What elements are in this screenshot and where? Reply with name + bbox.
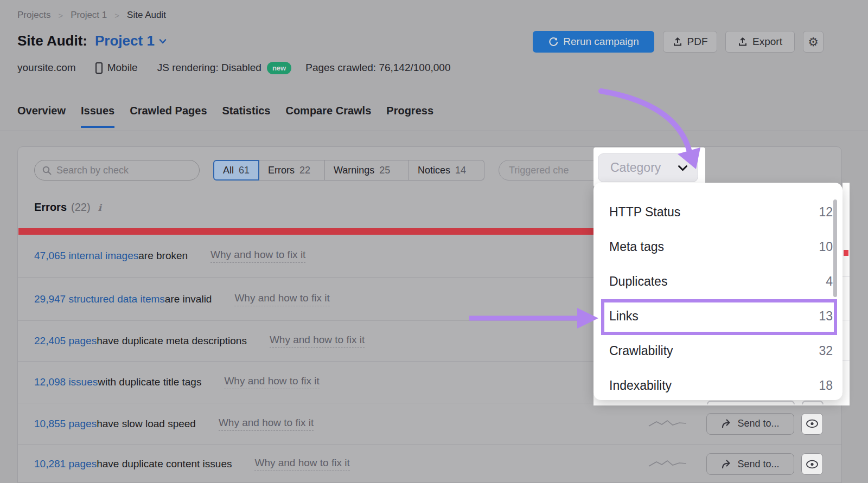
issue-link[interactable]: 29,947 structured data items [34,293,165,305]
tab-issues[interactable]: Issues [81,105,114,128]
issue-text: are broken [138,250,188,262]
sparkline-chart [648,459,687,469]
breadcrumb-separator-icon: > [114,11,119,20]
upload-icon [738,37,748,47]
category-label: Category [610,160,661,175]
tab-overview[interactable]: Overview [17,105,66,128]
eye-toggle-button[interactable] [801,413,823,435]
search-by-check [34,160,200,181]
tab-compare-crawls[interactable]: Compare Crawls [285,105,371,128]
menu-item-http-status[interactable]: HTTP Status 12 [593,195,843,229]
tab-bar-divider [0,131,868,131]
issue-text: have duplicate content issues [97,458,232,470]
issue-link[interactable]: 10,855 pages [34,418,97,430]
tab-bar: Overview Issues Crawled Pages Statistics… [17,105,433,128]
page-title-prefix: Site Audit: [17,33,87,49]
search-input[interactable] [56,165,181,176]
tab-statistics[interactable]: Statistics [222,105,271,128]
send-arrow-icon [721,419,732,428]
issue-text: have duplicate meta descriptions [97,335,247,347]
issue-text: are invalid [165,293,212,305]
dropdown-scrollbar[interactable] [833,199,837,297]
errors-count: (22) [71,201,91,214]
issue-row: 10,855 pages have slow load speed Why an… [18,403,841,444]
page-title: Site Audit: Project 1 [17,33,167,49]
pdf-button[interactable]: PDF [663,31,717,53]
export-button[interactable]: Export [725,31,795,53]
issue-link[interactable]: 12,098 issues [34,376,98,388]
curved-arrow-annotation [601,91,690,152]
chevron-down-icon [159,38,167,44]
gear-icon: ⚙ [808,35,819,49]
why-fix-link[interactable]: Why and how to fix it [219,417,314,431]
why-fix-link[interactable]: Why and how to fix it [234,292,329,306]
rerun-campaign-label: Rerun campaign [563,36,639,48]
chevron-down-icon [678,165,688,171]
domain-label: yoursite.com [17,62,76,74]
new-badge: new [267,62,291,74]
why-fix-link[interactable]: Why and how to fix it [270,334,365,348]
breadcrumb-item-project1[interactable]: Project 1 [71,10,107,21]
why-fix-link[interactable]: Why and how to fix it [210,249,305,263]
info-icon[interactable]: i [98,202,101,213]
menu-item-crawlability[interactable]: Crawlability 32 [593,333,843,368]
settings-button[interactable]: ⚙ [803,31,824,53]
mobile-device-icon [95,62,103,74]
upload-icon [673,37,682,47]
why-fix-link[interactable]: Why and how to fix it [254,457,349,471]
category-dropdown-menu: HTTP Status 12 Meta tags 10 Duplicates 4… [593,183,843,400]
export-label: Export [752,36,782,48]
issue-link[interactable]: 22,405 pages [34,335,97,347]
issue-text: have slow load speed [97,418,196,430]
errors-section-header: Errors (22) i [34,201,101,214]
severity-filter: All 61 Errors 22 Warnings 25 Notices 14 [213,160,484,181]
project-selector[interactable]: Project 1 [95,33,167,49]
rerun-campaign-button[interactable]: Rerun campaign [533,31,654,53]
breadcrumb-separator-icon: > [58,11,63,20]
send-arrow-icon [721,460,732,469]
annotation-highlight-backing [843,183,850,405]
menu-item-meta-tags[interactable]: Meta tags 10 [593,229,843,264]
category-dropdown-button[interactable]: Category [598,153,698,182]
issue-link[interactable]: 10,281 pages [34,458,97,470]
search-icon [42,166,52,175]
breadcrumb-item-site-audit: Site Audit [127,10,166,21]
filter-warnings[interactable]: Warnings 25 [325,160,409,181]
links-highlight-box [601,299,837,335]
issue-text: with duplicate title tags [98,376,201,388]
pages-crawled-label: Pages crawled: 76,142/100,000 [305,62,450,74]
tab-crawled-pages[interactable]: Crawled Pages [130,105,207,128]
errors-title: Errors [34,201,67,214]
filter-errors[interactable]: Errors 22 [259,160,325,181]
sparkline-chart [648,419,687,429]
send-to-button[interactable]: Send to... [706,413,794,435]
triggered-checks-filter[interactable]: Triggered che [499,160,607,181]
red-bar-fragment [844,250,848,256]
tab-progress[interactable]: Progress [386,105,433,128]
issue-link[interactable]: 47,065 internal images [34,250,138,262]
device-label: Mobile [107,62,138,74]
filter-all[interactable]: All 61 [213,160,259,181]
send-to-button[interactable]: Send to... [706,453,794,475]
breadcrumb-item-projects[interactable]: Projects [17,10,50,21]
eye-icon [806,419,819,428]
pdf-label: PDF [687,36,708,48]
eye-icon [806,460,819,469]
js-rendering-label: JS rendering: Disabled [157,62,261,74]
menu-item-duplicates[interactable]: Duplicates 4 [593,264,843,299]
refresh-icon [548,37,558,47]
eye-toggle-button[interactable] [801,453,823,475]
breadcrumb: Projects > Project 1 > Site Audit [17,10,166,21]
menu-item-indexability[interactable]: Indexability 18 [593,368,843,400]
why-fix-link[interactable]: Why and how to fix it [224,375,319,389]
project-selector-label: Project 1 [95,33,155,49]
filter-notices[interactable]: Notices 14 [409,160,484,181]
issue-row: 10,281 pages have duplicate content issu… [18,444,841,483]
campaign-meta: yoursite.com Mobile JS rendering: Disabl… [17,61,450,75]
